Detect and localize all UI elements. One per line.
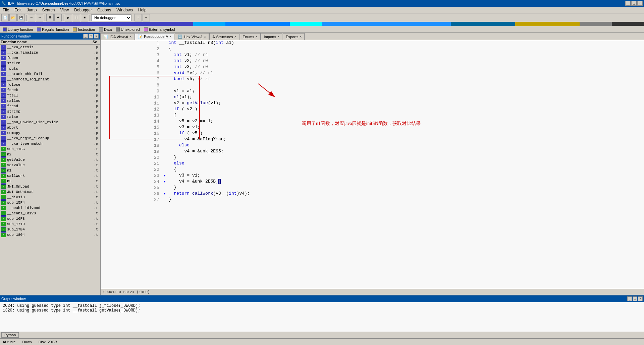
tab-pseudocode[interactable]: 📝 Pseudocode-A × bbox=[135, 33, 174, 40]
function-list-item[interactable]: f malloc .p bbox=[0, 98, 100, 104]
table-row[interactable]: 14 v5 = v2 == 1; bbox=[101, 119, 644, 125]
function-list-item[interactable]: f __cxa_type_match .p bbox=[0, 141, 100, 146]
menu-jump[interactable]: Jump bbox=[24, 7, 39, 13]
table-row[interactable]: 26● return callWork(v3, (int)v4); bbox=[101, 191, 644, 197]
menu-file[interactable]: File bbox=[0, 7, 12, 13]
table-row[interactable]: 18 else bbox=[101, 143, 644, 149]
table-row[interactable]: 13 { bbox=[101, 113, 644, 119]
tab-enums-close[interactable]: × bbox=[256, 35, 258, 39]
table-row[interactable]: 4 int v2; // r0 bbox=[101, 58, 644, 64]
table-row[interactable]: 5 int v3; // r0 bbox=[101, 64, 644, 70]
functions-list[interactable]: f __cxa_atexit .p f __cxa_finalize .p f … bbox=[0, 45, 100, 295]
table-row[interactable]: 24● v4 = &unk_2E5B;| bbox=[101, 179, 644, 185]
toolbar-new[interactable]: 📄 bbox=[1, 14, 9, 21]
table-row[interactable]: 27} bbox=[101, 197, 644, 203]
toolbar-step-into[interactable]: ↓ bbox=[135, 14, 142, 21]
function-list-item[interactable]: f sub_1710 .t bbox=[0, 221, 100, 227]
menu-debugger[interactable]: Debugger bbox=[71, 7, 95, 13]
tab-structures[interactable]: A Structures × bbox=[209, 33, 239, 40]
function-list-item[interactable]: f fputs .p bbox=[0, 66, 100, 71]
tab-hex-view-close[interactable]: × bbox=[204, 35, 206, 39]
menu-view[interactable]: View bbox=[57, 7, 71, 13]
maximize-button[interactable]: □ bbox=[631, 1, 637, 6]
close-button[interactable]: × bbox=[637, 1, 643, 6]
toolbar-open[interactable]: 📂 bbox=[9, 14, 17, 21]
toolbar-pause[interactable]: ⏸ bbox=[73, 14, 80, 21]
table-row[interactable]: 7 bool v5; // zf bbox=[101, 76, 644, 82]
function-list-item[interactable]: f fread .p bbox=[0, 104, 100, 109]
function-list-item[interactable]: f __gnu_Unwind_Find_exidx .p bbox=[0, 120, 100, 125]
tab-exports[interactable]: Exports × bbox=[283, 33, 305, 40]
code-area[interactable]: 调用了n1函数，对应java层就是initSN函数，获取对比结果 1int __… bbox=[101, 40, 644, 289]
table-row[interactable]: 25 } bbox=[101, 185, 644, 191]
menu-edit[interactable]: Edit bbox=[12, 7, 24, 13]
tab-enums[interactable]: Enums × bbox=[240, 33, 261, 40]
table-row[interactable]: 2{ bbox=[101, 46, 644, 52]
output-content[interactable]: 2C24: using guessed type int __fastcall … bbox=[0, 302, 644, 332]
functions-maximize[interactable]: □ bbox=[89, 34, 93, 39]
table-row[interactable]: 15 v3 = v1; bbox=[101, 125, 644, 131]
tab-imports[interactable]: Imports × bbox=[261, 33, 283, 40]
function-list-item[interactable]: f __aeabi_idivmod .t bbox=[0, 205, 100, 211]
function-list-item[interactable]: f fopen .p bbox=[0, 55, 100, 61]
function-list-item[interactable]: f __cxa_begin_cleanup .p bbox=[0, 136, 100, 141]
toolbar-forward[interactable]: → bbox=[36, 14, 43, 21]
function-list-item[interactable]: f JNI_OnUnLoad .t bbox=[0, 189, 100, 195]
function-list-item[interactable]: f memcpy .p bbox=[0, 130, 100, 136]
toolbar-hex[interactable]: H bbox=[46, 14, 54, 21]
function-list-item[interactable]: f __android_log_print .p bbox=[0, 77, 100, 82]
function-list-item[interactable]: f n2 .t bbox=[0, 152, 100, 157]
menu-windows[interactable]: Windows bbox=[114, 7, 136, 13]
output-close[interactable]: × bbox=[638, 296, 643, 301]
function-list-item[interactable]: f __stack_chk_fail .p bbox=[0, 71, 100, 77]
function-list-item[interactable]: f __divsi3 .t bbox=[0, 195, 100, 200]
minimize-button[interactable]: _ bbox=[625, 1, 631, 6]
table-row[interactable]: 20 } bbox=[101, 155, 644, 161]
function-list-item[interactable]: f __aeabi_ldiv0 .t bbox=[0, 211, 100, 216]
function-list-item[interactable]: f n1 .t bbox=[0, 168, 100, 173]
output-minimize[interactable]: _ bbox=[627, 296, 632, 301]
table-row[interactable]: 9 v1 = a1; bbox=[101, 88, 644, 94]
tab-hex-view[interactable]: 🔢 Hex View-1 × bbox=[175, 33, 209, 40]
table-row[interactable]: 19 v4 = &unk_2E95; bbox=[101, 149, 644, 155]
tab-structures-close[interactable]: × bbox=[234, 35, 236, 39]
table-row[interactable]: 6 void *v4; // r1 bbox=[101, 70, 644, 76]
function-list-item[interactable]: f n3 .t bbox=[0, 179, 100, 184]
functions-minimize[interactable]: _ bbox=[83, 34, 88, 39]
toolbar-ascii[interactable]: A bbox=[54, 14, 62, 21]
function-list-item[interactable]: f sub_17B4 .t bbox=[0, 227, 100, 232]
function-list-item[interactable]: f callWork .t bbox=[0, 173, 100, 179]
menu-search[interactable]: Search bbox=[39, 7, 57, 13]
table-row[interactable]: 3 int v1; // r4 bbox=[101, 52, 644, 58]
function-list-item[interactable]: f __cxa_atexit .p bbox=[0, 45, 100, 50]
function-list-item[interactable]: f sub_16F8 .t bbox=[0, 216, 100, 221]
output-maximize[interactable]: □ bbox=[633, 296, 637, 301]
function-list-item[interactable]: f raise .p bbox=[0, 114, 100, 120]
table-row[interactable]: 21 else bbox=[101, 161, 644, 167]
table-row[interactable]: 8 bbox=[101, 82, 644, 88]
tab-exports-close[interactable]: × bbox=[300, 35, 302, 39]
python-button[interactable]: Python bbox=[1, 332, 19, 338]
tab-imports-close[interactable]: × bbox=[277, 35, 279, 39]
table-row[interactable]: 1int __fastcall n3(int a1) bbox=[101, 40, 644, 46]
table-row[interactable]: 23● v3 = v1; bbox=[101, 173, 644, 179]
function-list-item[interactable]: f JNI_OnLoad .t bbox=[0, 184, 100, 189]
toolbar-back[interactable]: ← bbox=[28, 14, 35, 21]
function-list-item[interactable]: f sub_15F4 .t bbox=[0, 200, 100, 205]
function-list-item[interactable]: f strcmp .p bbox=[0, 109, 100, 114]
table-row[interactable]: 11 v2 = getValue(v1); bbox=[101, 100, 644, 107]
function-list-item[interactable]: f fclose .p bbox=[0, 82, 100, 87]
tab-ida-view-close[interactable]: × bbox=[129, 35, 131, 39]
table-row[interactable]: 10 n1(a1); bbox=[101, 94, 644, 100]
table-row[interactable]: 22 { bbox=[101, 167, 644, 173]
function-list-item[interactable]: f abort .p bbox=[0, 125, 100, 130]
function-list-item[interactable]: f getValue .t bbox=[0, 157, 100, 162]
toolbar-save[interactable]: 💾 bbox=[17, 14, 25, 21]
function-list-item[interactable]: f __cxa_finalize .p bbox=[0, 50, 100, 55]
menu-options[interactable]: Options bbox=[95, 7, 114, 13]
function-list-item[interactable]: f sub_11BC .t bbox=[0, 146, 100, 152]
functions-close[interactable]: × bbox=[94, 34, 99, 39]
table-row[interactable]: 12 if ( v2 ) bbox=[101, 107, 644, 113]
table-row[interactable]: 16 if ( v5 ) bbox=[101, 131, 644, 137]
function-list-item[interactable]: f strlen .p bbox=[0, 61, 100, 66]
